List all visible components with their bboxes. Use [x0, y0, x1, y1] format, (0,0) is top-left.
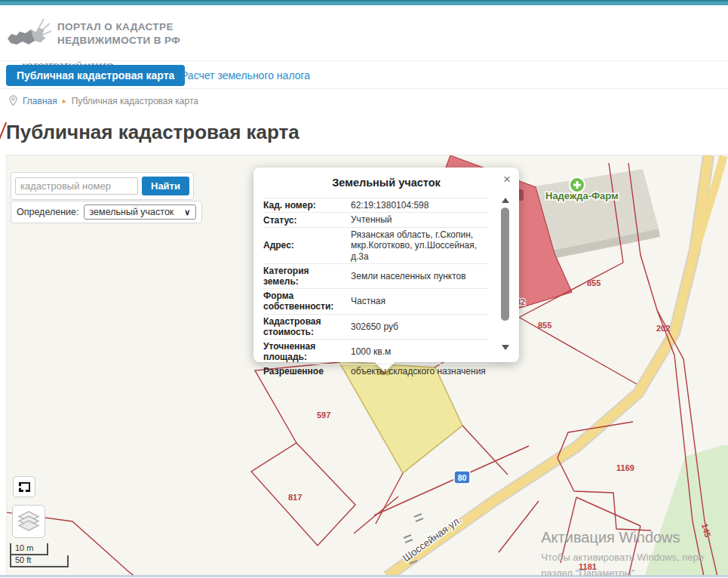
- filter-label: Определение:: [17, 207, 79, 217]
- page-title: Публичная кадастровая карта: [6, 121, 299, 144]
- top-teal-bar: [0, 0, 728, 5]
- layers-button[interactable]: [12, 505, 45, 538]
- breadcrumb: Главная ▸ Публичная кадастровая карта: [9, 95, 198, 106]
- scale-imperial: 50 ft: [10, 555, 69, 567]
- object-type-select[interactable]: земельный участок ∨: [84, 204, 197, 220]
- cadastral-number-input[interactable]: [15, 177, 138, 195]
- map-scale: 10 m 50 ft: [10, 543, 69, 567]
- site-logo[interactable]: ПОРТАЛ О КАДАСТРЕ НЕДВИЖИМОСТИ В РФ: [6, 11, 180, 57]
- parcel-label-202: 202: [656, 324, 670, 333]
- cadastral-portal-page: ПОРТАЛ О КАДАСТРЕ НЕДВИЖИМОСТИ В РФ када…: [0, 0, 728, 578]
- breadcrumb-current: Публичная кадастровая карта: [72, 96, 198, 106]
- popup-title: Земельный участок: [253, 168, 519, 189]
- breadcrumb-separator: ▸: [63, 97, 66, 105]
- table-row: Разрешенное объекты складского назначени…: [263, 364, 489, 378]
- find-button[interactable]: Найти: [142, 177, 189, 195]
- tab-land-tax-calc[interactable]: Расчет земельного налога: [181, 69, 310, 81]
- table-row: Уточненная площадь: 1000 кв.м: [263, 339, 489, 364]
- parcel-label-855a: 855: [587, 278, 601, 287]
- scroll-down-icon[interactable]: [502, 345, 509, 350]
- table-row: Кад. номер: 62:19:1380104:598: [263, 198, 489, 212]
- parcel-label-1181: 1181: [579, 562, 597, 571]
- table-row: Категория земель: Земли населенных пункт…: [263, 263, 489, 288]
- close-icon[interactable]: ×: [503, 173, 511, 186]
- svg-text:80: 80: [458, 473, 467, 482]
- map-bottom-border: [0, 575, 728, 577]
- filter-panel: Определение: земельный участок ∨: [11, 201, 202, 223]
- parcel-label-817: 817: [288, 493, 302, 502]
- extent-tool-button[interactable]: [13, 476, 35, 497]
- parcel-label-855b: 855: [538, 321, 551, 330]
- tab-bar: кадастровый номер Публичная кадастровая …: [0, 60, 728, 89]
- parcel-label-1169: 1169: [616, 463, 634, 472]
- search-panel: Найти: [11, 172, 194, 200]
- tab-public-cadastral-map[interactable]: Публичная кадастровая карта: [6, 65, 185, 86]
- road-number-badge: 80: [454, 471, 470, 484]
- table-row: Статус: Учтенный: [263, 212, 489, 226]
- table-row: Адрес: Рязанская область, г.Скопин, мкр.…: [263, 227, 489, 263]
- table-row: Форма собственности: Частная: [263, 288, 489, 313]
- logo-text: ПОРТАЛ О КАДАСТРЕ НЕДВИЖИМОСТИ В РФ: [57, 20, 180, 48]
- extent-icon: [19, 482, 30, 492]
- scroll-up-icon[interactable]: [502, 198, 509, 203]
- parcel-info-popup: Земельный участок × Кад. номер: 62:19:13…: [253, 168, 519, 362]
- scrollbar-thumb[interactable]: [501, 208, 509, 321]
- parcel-label-597: 597: [317, 410, 330, 420]
- hidden-link-fragment[interactable]: кадастровый номер: [23, 60, 113, 65]
- layers-icon: [17, 510, 41, 533]
- scale-metric: 10 m: [10, 543, 48, 555]
- popup-attribute-table: Кад. номер: 62:19:1380104:598 Статус: Уч…: [263, 198, 489, 379]
- pharmacy-label: Надежда-Фарм: [545, 190, 619, 201]
- pin-icon: [9, 95, 17, 106]
- russia-map-icon: [6, 13, 53, 55]
- table-row: Кадастровая стоимость: 302650 руб: [263, 314, 489, 339]
- popup-scrollbar: [500, 198, 510, 350]
- breadcrumb-home[interactable]: Главная: [23, 96, 57, 106]
- chevron-down-icon: ∨: [184, 208, 190, 217]
